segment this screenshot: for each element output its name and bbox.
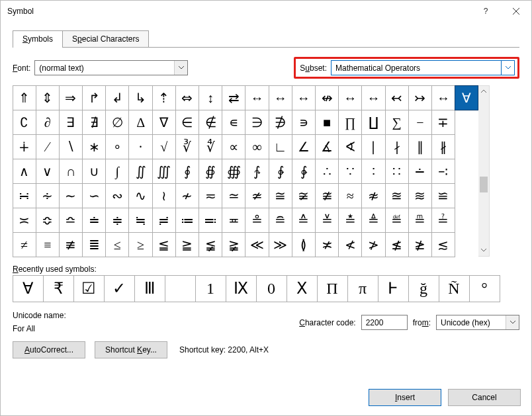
symbol-cell[interactable]: ∝: [222, 134, 245, 159]
symbol-cell[interactable]: ↔: [269, 85, 292, 110]
symbol-cell[interactable]: ∐: [361, 110, 385, 135]
symbol-cell[interactable]: ≜: [361, 208, 385, 233]
symbol-cell[interactable]: ∾: [105, 183, 129, 208]
symbol-cell[interactable]: ↳: [128, 85, 152, 110]
symbol-cell[interactable]: ∨: [36, 159, 60, 184]
recent-symbol-cell[interactable]: ₹: [43, 275, 74, 302]
symbol-cell[interactable]: ∆: [128, 110, 152, 135]
cancel-button[interactable]: Cancel: [448, 389, 521, 406]
recent-symbol-cell[interactable]: [165, 275, 196, 302]
symbol-cell[interactable]: ∁: [13, 110, 36, 135]
tab-symbols[interactable]: Symbols: [13, 30, 63, 48]
symbol-cell[interactable]: ⇄: [222, 85, 245, 110]
symbol-cell[interactable]: ∡: [315, 134, 339, 159]
symbol-cell[interactable]: ∻: [36, 183, 60, 208]
symbol-cell[interactable]: ≆: [292, 183, 316, 208]
symbol-cell[interactable]: ≩: [222, 232, 245, 257]
symbol-cell[interactable]: ≟: [431, 208, 455, 233]
symbol-cell[interactable]: −: [408, 110, 432, 135]
symbol-cell[interactable]: ≰: [385, 232, 409, 257]
autocorrect-button[interactable]: AutoCorrect...: [13, 341, 85, 358]
symbol-grid[interactable]: ⇑⇕⇒↱↲↳⇡⇔↕⇄↔↔↔↮↔↔↢↣↔∀∁∂∃∄∅∆∇∈∉∊∋∌∍■∏∐∑−∓∔…: [13, 85, 478, 257]
symbol-cell[interactable]: ∈: [175, 110, 199, 135]
symbol-cell[interactable]: ≚: [315, 208, 339, 233]
symbol-cell[interactable]: ∠: [292, 134, 316, 159]
symbol-cell[interactable]: ∺: [13, 183, 36, 208]
symbol-cell[interactable]: ∊: [222, 110, 245, 135]
symbol-cell[interactable]: ∑: [385, 110, 409, 135]
symbol-cell[interactable]: ∏: [338, 110, 362, 135]
recent-symbol-cell[interactable]: Ⱶ: [378, 275, 409, 302]
symbol-cell[interactable]: ∖: [59, 134, 83, 159]
symbol-cell[interactable]: ≇: [315, 183, 339, 208]
symbol-cell[interactable]: ≎: [36, 208, 60, 233]
symbol-cell[interactable]: ⇡: [152, 85, 176, 110]
symbol-cell[interactable]: ∰: [222, 159, 245, 184]
symbol-cell[interactable]: ≖: [222, 208, 245, 233]
symbol-cell[interactable]: ≯: [361, 232, 385, 257]
symbol-cell[interactable]: ⇕: [36, 85, 60, 110]
symbol-cell[interactable]: ≫: [269, 232, 292, 257]
recent-symbol-cell[interactable]: °: [469, 275, 500, 302]
symbol-cell[interactable]: ≊: [385, 183, 409, 208]
symbol-cell[interactable]: ≄: [245, 183, 269, 208]
symbol-cell[interactable]: ≭: [315, 232, 339, 257]
symbol-cell[interactable]: ≪: [245, 232, 269, 257]
symbol-cell[interactable]: ∛: [175, 134, 199, 159]
symbol-cell[interactable]: ∣: [361, 134, 385, 159]
symbol-cell[interactable]: ⇒: [59, 85, 83, 110]
symbol-cell[interactable]: ↔: [245, 85, 269, 110]
symbol-cell[interactable]: ↱: [82, 85, 106, 110]
symbol-cell[interactable]: ≘: [269, 208, 292, 233]
symbol-cell[interactable]: ∀: [455, 85, 478, 110]
recent-symbol-cell[interactable]: 0: [256, 275, 287, 302]
symbol-cell[interactable]: ∘: [105, 134, 129, 159]
close-button[interactable]: [501, 1, 531, 22]
recent-symbol-cell[interactable]: Ñ: [439, 275, 470, 302]
symbol-cell[interactable]: ∗: [82, 134, 106, 159]
symbol-cell[interactable]: ∭: [152, 159, 176, 184]
symbol-cell[interactable]: ≌: [431, 183, 455, 208]
symbol-cell[interactable]: ∋: [245, 110, 269, 135]
scrollbar[interactable]: [478, 85, 490, 257]
symbol-cell[interactable]: ↮: [315, 85, 339, 110]
recent-symbol-cell[interactable]: ğ: [408, 275, 439, 302]
symbol-cell[interactable]: ≥: [128, 232, 152, 257]
symbol-cell[interactable]: ↔: [338, 85, 362, 110]
symbol-cell[interactable]: ≍: [13, 208, 36, 233]
symbol-cell[interactable]: ∟: [269, 134, 292, 159]
recent-symbol-cell[interactable]: Ⅹ: [287, 275, 318, 302]
symbol-cell[interactable]: ↔: [431, 85, 455, 110]
scroll-down-button[interactable]: [478, 245, 489, 256]
symbol-cell[interactable]: ∃: [59, 110, 83, 135]
recent-symbol-cell[interactable]: ✓: [104, 275, 135, 302]
symbol-cell[interactable]: ∓: [431, 110, 455, 135]
recent-symbol-cell[interactable]: Ⅸ: [226, 275, 257, 302]
symbol-cell[interactable]: ∯: [199, 159, 222, 184]
symbol-cell[interactable]: ∵: [338, 159, 362, 184]
symbol-cell[interactable]: ↲: [105, 85, 129, 110]
from-dropdown[interactable]: Unicode (hex): [436, 315, 519, 330]
shortcut-key-button[interactable]: Shortcut Key...: [95, 341, 167, 358]
symbol-cell[interactable]: ∲: [269, 159, 292, 184]
symbol-cell[interactable]: ≅: [269, 183, 292, 208]
symbol-cell[interactable]: ≮: [338, 232, 362, 257]
recent-symbol-cell[interactable]: Π: [317, 275, 348, 302]
recent-symbol-cell[interactable]: Ⅲ: [134, 275, 165, 302]
symbol-cell[interactable]: ≡: [36, 232, 60, 257]
character-code-input[interactable]: 2200: [361, 315, 408, 330]
symbol-cell[interactable]: ≢: [59, 232, 83, 257]
symbol-cell[interactable]: ∄: [82, 110, 106, 135]
symbol-cell[interactable]: ⇔: [175, 85, 199, 110]
symbol-cell[interactable]: ∍: [292, 110, 316, 135]
recent-symbols-grid[interactable]: ∀₹☑✓Ⅲ1Ⅸ0ⅩΠπⱵğÑ°: [13, 275, 500, 302]
symbol-cell[interactable]: ■: [315, 110, 339, 135]
symbol-cell[interactable]: ≃: [222, 183, 245, 208]
symbol-cell[interactable]: ↢: [385, 85, 409, 110]
symbol-cell[interactable]: ∧: [13, 159, 36, 184]
recent-symbol-cell[interactable]: ∀: [13, 275, 44, 302]
symbol-cell[interactable]: ∔: [13, 134, 36, 159]
symbol-cell[interactable]: ≐: [82, 208, 106, 233]
insert-button[interactable]: Insert: [369, 389, 441, 406]
symbol-cell[interactable]: ∥: [408, 134, 432, 159]
